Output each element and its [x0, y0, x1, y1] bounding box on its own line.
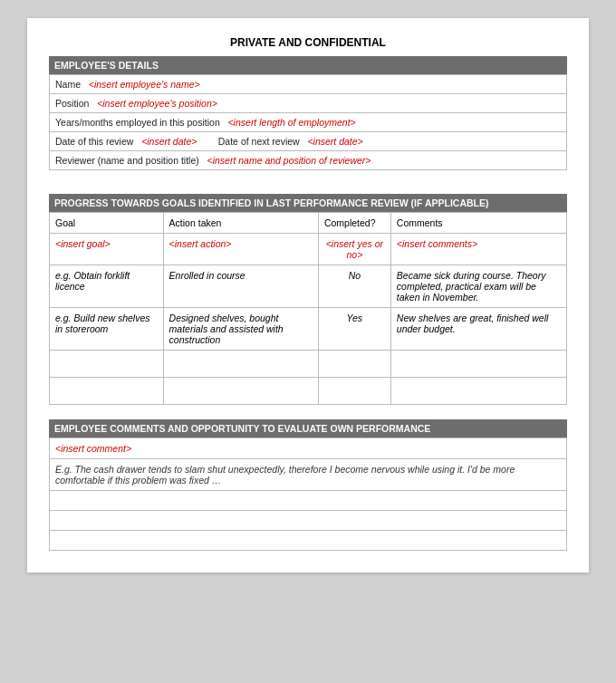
action-cell-2: Designed shelves, bought materials and a… — [163, 308, 318, 351]
employee-comments-header: EMPLOYEE COMMENTS AND OPPORTUNITY TO EVA… — [49, 419, 567, 438]
employee-details-table: Name <insert employee's name> Position <… — [49, 74, 567, 170]
empty-cell — [163, 378, 318, 405]
insert-comment-label: <insert comment> — [55, 443, 131, 454]
table-row: <insert comment> — [50, 438, 567, 459]
empty-cell — [50, 378, 164, 405]
table-row-empty — [50, 351, 567, 378]
table-row: e.g. Obtain forklift licence Enrolled in… — [50, 265, 567, 308]
goals-header-row: Goal Action taken Completed? Comments — [50, 213, 567, 234]
goal-column-header: Goal — [50, 213, 164, 234]
completed-cell-placeholder: <insert yes or no> — [318, 234, 390, 265]
completed-column-header: Completed? — [318, 213, 390, 234]
comments-cell-placeholder: <insert comments> — [390, 234, 566, 265]
progress-section-header: PROGRESS TOWARDS GOALS IDENTIFIED IN LAS… — [49, 194, 567, 212]
goal-cell-2: e.g. Build new shelves in storeroom — [50, 308, 164, 351]
empty-cell — [390, 378, 566, 405]
table-row: Name <insert employee's name> — [50, 75, 567, 94]
empty-comment-cell — [50, 511, 567, 531]
goal-cell-placeholder: <insert goal> — [50, 234, 164, 265]
completed-cell-1: No — [318, 265, 390, 308]
years-label: Years/months employed in this position <… — [50, 113, 567, 132]
dates-row: Date of this review <insert date> Date o… — [50, 132, 567, 151]
table-row: Date of this review <insert date> Date o… — [50, 132, 567, 151]
document: PRIVATE AND CONFIDENTIAL EMPLOYEE'S DETA… — [27, 18, 589, 572]
table-row-empty — [50, 511, 567, 531]
comments-cell-1: Became sick during course. Theory comple… — [390, 265, 566, 308]
action-column-header: Action taken — [163, 213, 318, 234]
goals-table: Goal Action taken Completed? Comments <i… — [49, 212, 567, 405]
empty-cell — [50, 351, 164, 378]
employee-details-header: EMPLOYEE'S DETAILS — [49, 56, 567, 74]
empty-cell — [390, 351, 566, 378]
completed-cell-2: Yes — [318, 308, 390, 351]
action-cell-1: Enrolled in course — [163, 265, 318, 308]
table-row-empty — [50, 378, 567, 405]
table-row: e.g. Build new shelves in storeroom Desi… — [50, 308, 567, 351]
table-row: E.g. The cash drawer tends to slam shut … — [50, 459, 567, 491]
comments-column-header: Comments — [390, 213, 566, 234]
reviewer-label: Reviewer (name and position title) <inse… — [50, 151, 567, 170]
goal-cell-1: e.g. Obtain forklift licence — [50, 265, 164, 308]
table-row: <insert goal> <insert action> <insert ye… — [50, 234, 567, 265]
employee-comments-table: <insert comment> E.g. The cash drawer te… — [49, 438, 567, 551]
action-cell-placeholder: <insert action> — [163, 234, 318, 265]
empty-cell — [163, 351, 318, 378]
table-row: Position <insert employee's position> — [50, 94, 567, 113]
insert-comment-cell: <insert comment> — [50, 438, 567, 459]
example-comment-cell: E.g. The cash drawer tends to slam shut … — [50, 459, 567, 491]
private-title: PRIVATE AND CONFIDENTIAL — [49, 36, 567, 49]
table-row-empty — [50, 491, 567, 511]
empty-comment-cell — [50, 491, 567, 511]
empty-cell — [318, 351, 390, 378]
comments-cell-2: New shelves are great, finished well und… — [390, 308, 566, 351]
example-comment-text: E.g. The cash drawer tends to slam shut … — [55, 464, 515, 486]
table-row-empty — [50, 531, 567, 551]
table-row: Reviewer (name and position title) <inse… — [50, 151, 567, 170]
empty-cell — [318, 378, 390, 405]
name-label: Name <insert employee's name> — [50, 75, 567, 94]
table-row: Years/months employed in this position <… — [50, 113, 567, 132]
empty-comment-cell — [50, 531, 567, 551]
position-label: Position <insert employee's position> — [50, 94, 567, 113]
